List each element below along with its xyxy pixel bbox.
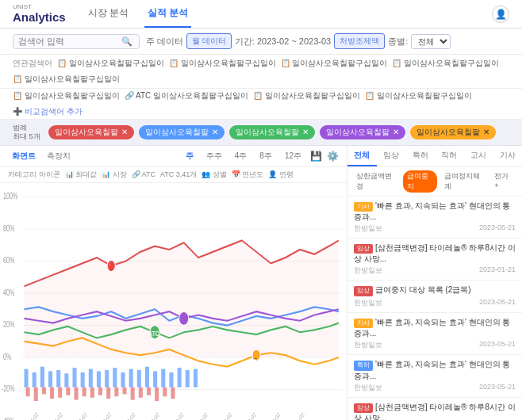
news-item[interactable]: 기사'빠른 효과, 지속되는 효과' 현대인의 통증과... 한방일보 2023…	[347, 313, 522, 355]
sort-btn[interactable]: 처방조제액	[334, 33, 385, 49]
svg-rect-50	[74, 387, 78, 399]
news-title: 특허'빠른 효과, 지속되는 효과' 현대인의 통증과...	[354, 359, 516, 380]
svg-text:80%: 80%	[3, 223, 14, 233]
svg-text:2024-03-02: 2024-03-02	[117, 410, 136, 420]
pill-5-close[interactable]: ✕	[483, 128, 489, 136]
meta-year[interactable]: 📅 연년도	[232, 170, 264, 180]
pill-4-text: 일이삼사오육칠팔	[326, 127, 390, 138]
user-icon[interactable]: 👤	[492, 6, 509, 23]
rp-stab-more[interactable]: 전가 +	[490, 170, 517, 193]
filter-monthly-btn[interactable]: 월 데이터	[186, 33, 232, 49]
news-meta: 한방일보 2023-05-21	[354, 340, 516, 350]
related-kw-3[interactable]: 📋 일이삼사오육칠팔구십일이	[281, 58, 388, 69]
svg-rect-43	[194, 368, 198, 387]
category-select[interactable]: 전체	[411, 34, 451, 49]
chart-toolbar: 화면트 측정치 주 주주 4주 8주 12주 💾 ⚙️	[0, 146, 347, 167]
tab-screen[interactable]: 화면트	[8, 150, 40, 162]
tab-market-analysis[interactable]: 시장 분석	[85, 0, 132, 28]
related-kw-1[interactable]: 📋 일이삼사오육칠팔구십일이	[57, 58, 164, 69]
rp-stab-system[interactable]: 급여정지체계	[440, 170, 488, 193]
related-kw-6[interactable]: 📋 일이삼사오육칠팔구십일이	[13, 90, 120, 101]
rp-tab-notice[interactable]: 고시	[464, 146, 493, 166]
search-input[interactable]	[18, 36, 121, 46]
news-item[interactable]: 임상[삼천금액변경] 타이레놀® 하루8시간 이상 사망... 한방일보 202…	[347, 398, 522, 420]
svg-text:-20%: -20%	[2, 384, 15, 394]
time-tab-12week[interactable]: 12주	[281, 150, 305, 162]
pill-3[interactable]: 일이삼사오육칠팔 ✕	[229, 125, 315, 139]
rp-stab-price[interactable]: 상한금액변경	[352, 170, 400, 193]
svg-text:2024-03-02: 2024-03-02	[165, 410, 184, 420]
pill-2[interactable]: 일이삼사오육칠팔 ✕	[139, 125, 225, 139]
rp-tab-article[interactable]: 기사	[493, 146, 522, 166]
svg-rect-30	[89, 368, 93, 387]
meta-age[interactable]: 👤 연령	[268, 170, 294, 180]
time-tab-4week[interactable]: 4주	[231, 150, 251, 162]
news-date: 2023-05-21	[479, 223, 516, 234]
rp-subtabs: 상한금액변경 급여중지 급여정지체계 전가 +	[347, 167, 522, 197]
pill-4[interactable]: 일이삼사오육칠팔 ✕	[320, 125, 405, 139]
meta-atc[interactable]: 🔗 ATC	[132, 170, 155, 180]
pill-2-text: 일이삼사오육칠팔	[145, 127, 209, 138]
related-kw-8[interactable]: 📋 일이삼사오육칠팔구십일이	[253, 90, 360, 101]
svg-rect-23	[33, 372, 36, 387]
news-item[interactable]: 임상급여중지 대상 목록 (2급목) 한방일보 2023-05-21	[347, 281, 522, 312]
svg-text:2024-03-02: 2024-03-02	[262, 410, 281, 420]
pill-2-close[interactable]: ✕	[212, 128, 218, 136]
pill-4-close[interactable]: ✕	[393, 128, 399, 136]
rp-tab-direct[interactable]: 직허	[435, 146, 464, 166]
svg-text:20%: 20%	[3, 320, 14, 330]
svg-rect-54	[106, 387, 110, 398]
meta-gender[interactable]: 👥 성별	[202, 170, 227, 180]
news-item[interactable]: 기사'빠른 효과, 지속되는 효과' 현대인의 통증과... 한방일보 2023…	[347, 197, 522, 239]
svg-text:60%: 60%	[3, 256, 14, 265]
search-icon: 🔍	[121, 36, 132, 47]
meta-max[interactable]: 📊 최대값	[65, 170, 98, 180]
tab-performance-analysis[interactable]: 실적 분석	[144, 0, 191, 28]
rp-tabs: 전체 임상 특허 직허 고시 기사	[347, 146, 522, 167]
news-title: 기사'빠른 효과, 지속되는 효과' 현대인의 통증과...	[354, 317, 516, 338]
search-box[interactable]: 🔍	[13, 34, 140, 49]
svg-rect-38	[153, 371, 157, 387]
time-tab-week[interactable]: 주	[182, 150, 198, 162]
svg-text:2024-02-02: 2024-02-02	[44, 410, 63, 420]
meta-market[interactable]: 📊 시장	[102, 170, 127, 180]
svg-rect-58	[139, 387, 143, 397]
svg-rect-39	[161, 368, 165, 387]
pill-1[interactable]: 일이삼사오육칠팔 ✕	[48, 125, 134, 139]
pill-1-close[interactable]: ✕	[121, 128, 128, 136]
related-kw-7[interactable]: 🔗 ATC 일이삼사오육칠팔구십일이	[125, 90, 248, 101]
download-icon[interactable]: 💾	[310, 151, 322, 162]
news-title: 임상급여중지 대상 목록 (2급목)	[354, 284, 516, 296]
rp-tab-patent[interactable]: 특허	[405, 146, 435, 166]
svg-rect-44	[26, 387, 30, 396]
time-tab-8week[interactable]: 8주	[255, 150, 276, 162]
pill-3-close[interactable]: ✕	[302, 128, 309, 136]
pill-5[interactable]: 일이삼사오육칠팔 ✕	[410, 125, 496, 139]
svg-text:-40%: -40%	[2, 416, 15, 420]
svg-rect-27	[64, 373, 68, 387]
related-keywords-row2: 📋 일이삼사오육칠팔구십일이 🔗 ATC 일이삼사오육칠팔구십일이 📋 일이삼사…	[0, 89, 522, 120]
news-item[interactable]: 특허'빠른 효과, 지속되는 효과' 현대인의 통증과... 한방일보 2023…	[347, 355, 522, 397]
news-item[interactable]: 임상[삼천금액변경] 타이레놀® 하루8시간 이상 사망... 한방일보 202…	[347, 239, 522, 281]
related-kw-5[interactable]: 📋 일이삼사오육칠팔구십일이	[13, 74, 120, 85]
related-kw-2[interactable]: 📋 일이삼사오육칠팔구십일이	[169, 58, 276, 69]
chart-meta: 카테고리 아이콘 📊 최대값 📊 시장 🔗 ATC ATC 3,41개 👥 성별…	[0, 167, 347, 183]
rp-tab-clinical[interactable]: 임상	[377, 146, 406, 166]
related-kw-9[interactable]: 📋 일이삼사오육칠팔구십일이	[365, 90, 472, 101]
related-kw-4[interactable]: 📋 일이삼사오육칠팔구십일이	[392, 58, 499, 69]
svg-text:100%: 100%	[3, 192, 17, 201]
add-keyword-btn[interactable]: ➕ 비교검색어 추가	[13, 106, 83, 117]
related-keywords-row: 연관검색어 📋 일이삼사오육칠팔구십일이 📋 일이삼사오육칠팔구십일이 📋 일이…	[0, 55, 522, 89]
svg-rect-28	[72, 368, 76, 388]
svg-rect-51	[83, 387, 86, 396]
svg-rect-46	[42, 387, 46, 394]
news-source: 한방일보	[354, 223, 382, 234]
rp-tab-all[interactable]: 전체	[347, 146, 377, 166]
settings-icon[interactable]: ⚙️	[327, 151, 339, 162]
tab-measure[interactable]: 측정치	[43, 150, 75, 162]
meta-atc-count: ATC 3,41개	[160, 170, 197, 180]
svg-rect-49	[66, 387, 70, 395]
time-tab-biweek[interactable]: 주주	[202, 150, 226, 162]
rp-stab-suspend[interactable]: 급여중지	[403, 170, 437, 193]
news-source: 한방일보	[354, 383, 382, 393]
